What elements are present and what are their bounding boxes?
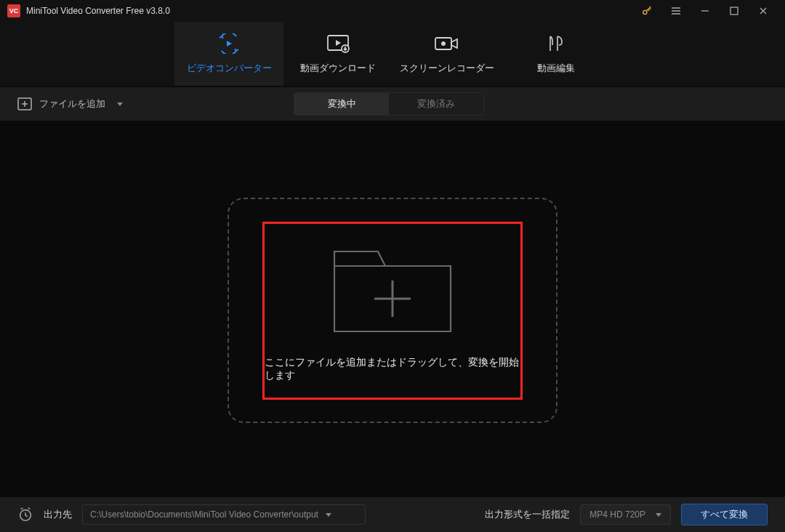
tab-label: ビデオコンバーター xyxy=(187,63,272,75)
recorder-icon xyxy=(434,33,460,54)
close-button[interactable] xyxy=(749,0,778,22)
bottombar: 出力先 C:\Users\tobio\Documents\MiniTool Vi… xyxy=(0,497,785,532)
svg-point-5 xyxy=(441,41,446,46)
chevron-down-icon xyxy=(326,513,331,517)
clock-icon[interactable] xyxy=(17,507,33,523)
folder-plus-icon xyxy=(327,238,458,340)
segment-converting[interactable]: 変換中 xyxy=(294,93,389,115)
tab-video-editor[interactable]: 動画編集 xyxy=(502,22,611,86)
add-file-label: ファイルを追加 xyxy=(39,97,105,110)
register-key-icon[interactable] xyxy=(632,0,661,22)
tab-label: スクリーンレコーダー xyxy=(400,63,494,75)
convert-all-button[interactable]: すべて変換 xyxy=(681,504,768,525)
minimize-button[interactable] xyxy=(691,0,720,22)
app-title: MiniTool Video Converter Free v3.8.0 xyxy=(26,6,170,16)
top-tabs: ビデオコンバーター 動画ダウンロード スクリーンレコーダー xyxy=(0,22,785,86)
menu-icon[interactable] xyxy=(661,0,691,22)
tab-label: 動画ダウンロード xyxy=(300,63,376,75)
output-path-value: C:\Users\tobio\Documents\MiniTool Video … xyxy=(90,509,318,520)
converter-icon xyxy=(217,33,241,54)
app-logo: VC xyxy=(7,4,20,17)
maximize-button[interactable] xyxy=(720,0,749,22)
download-icon xyxy=(326,33,350,54)
format-selected-value: MP4 HD 720P xyxy=(589,509,645,520)
titlebar: VC MiniTool Video Converter Free v3.8.0 xyxy=(0,0,785,22)
dropzone-container: ここにファイルを追加またはドラッグして、変換を開始します xyxy=(228,198,557,423)
chevron-down-icon xyxy=(656,513,661,517)
subbar: ファイルを追加 変換中 変換済み xyxy=(0,86,785,121)
conversion-status-segmented: 変換中 変換済み xyxy=(294,92,484,116)
segment-converted[interactable]: 変換済み xyxy=(389,93,483,115)
tab-label: 動画編集 xyxy=(537,63,575,75)
main-area: ここにファイルを追加またはドラッグして、変換を開始します xyxy=(0,121,785,500)
tab-video-converter[interactable]: ビデオコンバーター xyxy=(174,22,283,86)
add-file-icon xyxy=(17,97,32,110)
tab-video-download[interactable]: 動画ダウンロード xyxy=(283,22,392,86)
editor-icon xyxy=(546,33,566,54)
output-dest-label: 出力先 xyxy=(44,508,72,521)
chevron-down-icon xyxy=(117,102,123,106)
tab-screen-recorder[interactable]: スクリーンレコーダー xyxy=(392,22,502,86)
dropzone[interactable]: ここにファイルを追加またはドラッグして、変換を開始します xyxy=(262,222,523,400)
dropzone-caption: ここにファイルを追加またはドラッグして、変換を開始します xyxy=(265,356,520,382)
svg-point-0 xyxy=(643,10,647,14)
output-path-select[interactable]: C:\Users\tobio\Documents\MiniTool Video … xyxy=(82,504,366,525)
output-format-select[interactable]: MP4 HD 720P xyxy=(580,504,671,525)
svg-rect-1 xyxy=(730,7,738,15)
batch-format-label: 出力形式を一括指定 xyxy=(485,508,570,521)
add-file-button[interactable]: ファイルを追加 xyxy=(17,97,123,110)
